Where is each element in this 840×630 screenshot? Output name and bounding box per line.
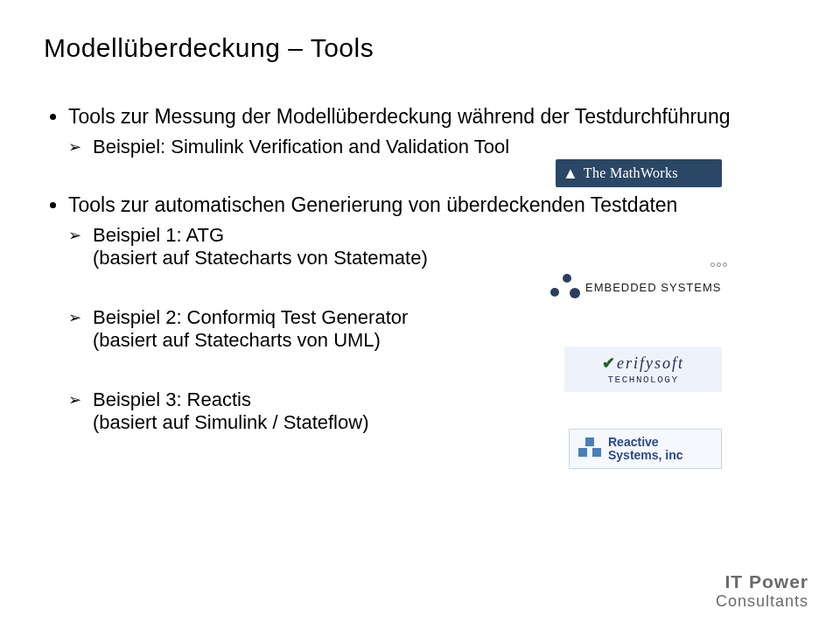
bullet-2-text: Tools zur automatischen Generierung von … bbox=[68, 193, 677, 217]
bullet-1-text: Tools zur Messung der Modellüberdeckung … bbox=[68, 105, 730, 129]
reactive-line-1: Reactive bbox=[608, 436, 683, 449]
bullet-2-sub: Beispiel 1: ATG (basiert auf Statecharts… bbox=[68, 224, 796, 434]
slide: Modellüberdeckung – Tools Tools zur Mess… bbox=[0, 0, 840, 630]
bullet-2-sub-1: Beispiel 1: ATG (basiert auf Statecharts… bbox=[93, 224, 796, 270]
mathworks-logo: ▲ The MathWorks bbox=[556, 159, 722, 187]
bullet-1: Tools zur Messung der Modellüberdeckung … bbox=[68, 105, 796, 158]
verifysoft-text-1: erifysoft bbox=[617, 354, 684, 373]
bullet-2-sub-3: Beispiel 3: Reactis (basiert auf Simulin… bbox=[93, 388, 796, 434]
slide-title: Modellüberdeckung – Tools bbox=[44, 33, 796, 63]
reactive-line-2: Systems, inc bbox=[608, 449, 683, 462]
bullet-1-sub-1-text: Beispiel: Simulink Verification and Vali… bbox=[93, 136, 509, 158]
verifysoft-text-2: TECHNOLOGY bbox=[607, 374, 678, 385]
sub-2-line-a: Beispiel 2: Conformiq Test Generator bbox=[93, 306, 796, 329]
sub-1-line-a: Beispiel 1: ATG bbox=[93, 224, 796, 247]
reactive-systems-logo: Reactive Systems, inc bbox=[569, 429, 722, 469]
footer-line-1: IT Power bbox=[716, 571, 808, 592]
bullet-2-sub-2: Beispiel 2: Conformiq Test Generator (ba… bbox=[93, 306, 796, 352]
bullet-1-sub-1: Beispiel: Simulink Verification and Vali… bbox=[93, 136, 796, 158]
verifysoft-check-icon: ✔ bbox=[602, 354, 615, 373]
reactive-systems-icon bbox=[577, 436, 603, 462]
embedded-systems-icon bbox=[547, 272, 577, 302]
bullet-1-sub: Beispiel: Simulink Verification and Vali… bbox=[68, 136, 796, 158]
reactive-systems-text: Reactive Systems, inc bbox=[608, 436, 683, 463]
footer-line-2: Consultants bbox=[716, 592, 808, 611]
bullet-2: Tools zur automatischen Generierung von … bbox=[68, 193, 796, 434]
embedded-systems-dots-icon bbox=[710, 262, 727, 267]
mathworks-text: The MathWorks bbox=[584, 165, 678, 181]
embedded-systems-logo: EMBEDDED SYSTEMS bbox=[547, 266, 722, 308]
verifysoft-logo: ✔ erifysoft TECHNOLOGY bbox=[564, 346, 722, 392]
embedded-systems-text: EMBEDDED SYSTEMS bbox=[585, 281, 721, 294]
footer-logo: IT Power Consultants bbox=[716, 571, 808, 611]
mathworks-icon: ▲ bbox=[563, 164, 578, 183]
